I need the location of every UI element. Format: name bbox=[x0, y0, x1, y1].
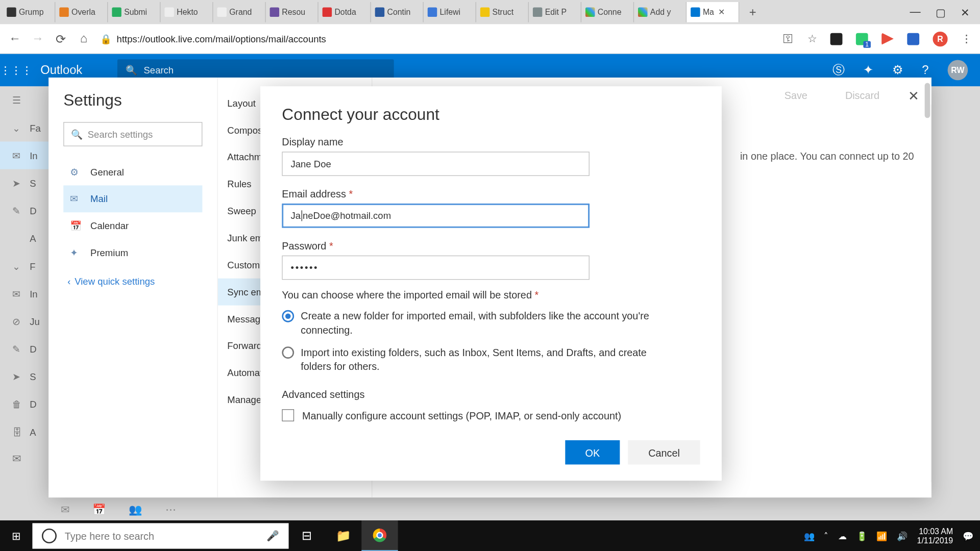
manual-config-checkbox[interactable] bbox=[282, 409, 294, 421]
view-quick-settings-link[interactable]: ‹View quick settings bbox=[63, 276, 202, 286]
extension-icon-3[interactable] bbox=[881, 33, 894, 45]
calendar-app-icon[interactable]: 📅 bbox=[92, 503, 106, 515]
action-center-icon[interactable]: 💬 bbox=[963, 531, 973, 541]
close-window-icon[interactable]: ✕ bbox=[961, 6, 969, 18]
connect-account-dialog: Connect your account Display name Email … bbox=[260, 86, 722, 481]
tab-label: Submi bbox=[124, 8, 147, 17]
category-premium[interactable]: ✦Premium bbox=[63, 239, 202, 266]
taskbar-search-input[interactable]: Type here to search 🎤 bbox=[32, 523, 288, 548]
rail-item[interactable]: ✎D bbox=[0, 197, 48, 224]
mail-app-icon[interactable]: ✉ bbox=[61, 503, 69, 515]
browser-tabstrip: Grump Overla Submi Hekto Grand Resou Dot… bbox=[0, 0, 980, 24]
tab-6[interactable]: Dotda bbox=[318, 2, 371, 22]
rail-item[interactable]: ➤S bbox=[0, 363, 48, 390]
discard-button[interactable]: Discard bbox=[836, 86, 889, 105]
tab-2[interactable]: Submi bbox=[108, 2, 160, 22]
category-general[interactable]: ⚙General bbox=[63, 159, 202, 186]
microphone-icon[interactable]: 🎤 bbox=[266, 530, 279, 542]
task-view-icon[interactable]: ⊟ bbox=[289, 520, 325, 551]
cancel-button[interactable]: Cancel bbox=[628, 440, 700, 465]
chrome-app-icon[interactable] bbox=[361, 520, 398, 551]
minimize-icon[interactable]: — bbox=[910, 6, 921, 18]
tab-label: Grand bbox=[229, 8, 252, 17]
kebab-menu-icon[interactable]: ⋮ bbox=[961, 32, 972, 45]
reload-icon[interactable]: ⟳ bbox=[54, 31, 67, 46]
premium-diamond-icon[interactable]: ✦ bbox=[863, 63, 873, 78]
start-button[interactable]: ⊞ bbox=[0, 530, 32, 542]
rail-item[interactable]: ⌄Fa bbox=[0, 114, 48, 141]
back-icon[interactable]: ← bbox=[8, 32, 21, 46]
cortana-icon bbox=[42, 529, 57, 543]
star-icon[interactable]: ☆ bbox=[807, 32, 817, 45]
more-apps-icon[interactable]: ⋯ bbox=[165, 503, 176, 515]
tab-label: Struct bbox=[493, 8, 513, 17]
profile-avatar[interactable]: R bbox=[933, 31, 947, 46]
skype-icon[interactable]: Ⓢ bbox=[832, 62, 845, 79]
tab-0[interactable]: Grump bbox=[3, 2, 55, 22]
storage-hint: You can choose where the imported email … bbox=[282, 289, 700, 300]
mail-icon: ✉ bbox=[70, 193, 82, 204]
tab-label: Contin bbox=[387, 8, 410, 17]
tab-9[interactable]: Struct bbox=[476, 2, 529, 22]
user-avatar[interactable]: RW bbox=[948, 60, 968, 81]
ok-button[interactable]: OK bbox=[565, 440, 620, 465]
maximize-icon[interactable]: ▢ bbox=[936, 6, 946, 18]
save-button[interactable]: Save bbox=[775, 86, 817, 105]
tab-8[interactable]: Lifewi bbox=[424, 2, 476, 22]
tab-13-active[interactable]: Ma✕ bbox=[687, 2, 739, 22]
tab-7[interactable]: Contin bbox=[371, 2, 424, 22]
people-tray-icon[interactable]: 👥 bbox=[804, 531, 815, 541]
url-field[interactable]: 🔒 https://outlook.live.com/mail/options/… bbox=[100, 33, 774, 44]
rail-item[interactable]: 🗄A bbox=[0, 418, 48, 445]
extension-icon-2[interactable]: 1 bbox=[856, 33, 868, 45]
rail-item[interactable]: ✎D bbox=[0, 335, 48, 363]
settings-search-input[interactable]: 🔍 Search settings bbox=[63, 122, 202, 146]
forward-icon[interactable]: → bbox=[31, 32, 44, 46]
onedrive-icon[interactable]: ☁ bbox=[838, 531, 847, 541]
close-icon[interactable]: ✕ bbox=[718, 8, 725, 17]
rail-item[interactable]: A bbox=[0, 224, 48, 252]
category-mail[interactable]: ✉Mail bbox=[63, 185, 202, 212]
tab-5[interactable]: Resou bbox=[266, 2, 318, 22]
rail-item[interactable]: ➤S bbox=[0, 169, 48, 197]
tab-12[interactable]: Add y bbox=[634, 2, 687, 22]
people-app-icon[interactable]: 👥 bbox=[129, 503, 142, 515]
tab-4[interactable]: Grand bbox=[213, 2, 266, 22]
rail-item[interactable]: 🗑D bbox=[0, 390, 48, 418]
rail-item[interactable]: ⌄F bbox=[0, 252, 48, 280]
battery-icon[interactable]: 🔋 bbox=[856, 531, 867, 541]
display-name-input[interactable] bbox=[282, 152, 590, 176]
home-icon[interactable]: ⌂ bbox=[77, 32, 90, 46]
rail-item[interactable]: ✉In bbox=[0, 280, 48, 307]
extension-icon-4[interactable] bbox=[907, 33, 919, 45]
help-icon[interactable]: ? bbox=[922, 63, 928, 78]
close-settings-icon[interactable]: ✕ bbox=[908, 87, 919, 104]
radio-create-folder-label: Create a new folder for imported email, … bbox=[301, 309, 678, 337]
password-input[interactable]: •••••• bbox=[282, 256, 590, 280]
scrollbar-thumb[interactable] bbox=[925, 83, 930, 118]
file-explorer-icon[interactable]: 📁 bbox=[325, 520, 361, 551]
tab-10[interactable]: Edit P bbox=[529, 2, 581, 22]
mail-app-icon[interactable]: ✉ bbox=[12, 453, 21, 465]
tab-1[interactable]: Overla bbox=[55, 2, 108, 22]
tray-chevron-icon[interactable]: ˄ bbox=[824, 531, 828, 541]
category-calendar[interactable]: 📅Calendar bbox=[63, 212, 202, 239]
rail-item[interactable]: ⊘Ju bbox=[0, 308, 48, 335]
windows-taskbar: ⊞ Type here to search 🎤 ⊟ 📁 👥 ˄ ☁ 🔋 📶 🔊 … bbox=[0, 520, 980, 551]
hamburger-icon[interactable]: ☰ bbox=[12, 95, 23, 106]
app-launcher-icon[interactable]: ⋮⋮⋮ bbox=[0, 64, 32, 77]
rail-item[interactable]: ✉In bbox=[0, 141, 48, 169]
radio-import-existing[interactable] bbox=[282, 346, 294, 359]
volume-icon[interactable]: 🔊 bbox=[897, 531, 908, 541]
key-icon[interactable]: ⚿ bbox=[783, 33, 794, 45]
tab-11[interactable]: Conne bbox=[581, 2, 634, 22]
tab-label: Conne bbox=[598, 8, 622, 17]
wifi-icon[interactable]: 📶 bbox=[876, 531, 887, 541]
new-tab-button[interactable]: + bbox=[739, 5, 766, 19]
settings-gear-icon[interactable]: ⚙ bbox=[892, 63, 903, 78]
radio-create-folder[interactable] bbox=[282, 310, 294, 322]
system-clock[interactable]: 10:03 AM 1/11/2019 bbox=[917, 526, 953, 545]
email-input[interactable]: JaneDoe@hotmail.com bbox=[282, 204, 590, 228]
extension-icon-1[interactable] bbox=[830, 33, 843, 45]
tab-3[interactable]: Hekto bbox=[160, 2, 213, 22]
